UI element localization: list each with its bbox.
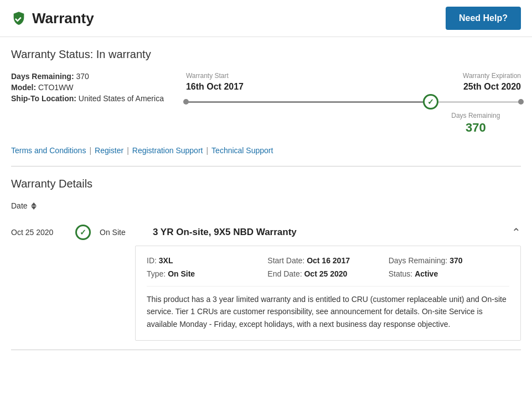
timeline-expiration-label: Warranty Expiration <box>463 72 521 80</box>
warranty-timeline: Warranty Start Warranty Expiration 16th … <box>186 72 521 135</box>
section-divider-2 <box>11 350 521 350</box>
detail-grid: ID: 3XL Start Date: Oct 16 2017 Days Rem… <box>147 256 509 278</box>
page-title: Warranty <box>32 10 94 27</box>
timeline-labels: Warranty Start Warranty Expiration <box>186 72 521 80</box>
sort-arrow-down[interactable] <box>31 206 37 210</box>
page-header: Warranty Need Help? <box>0 0 532 37</box>
model-value: CTO1WW <box>38 83 74 92</box>
warranty-detail-panel: ID: 3XL Start Date: Oct 16 2017 Days Rem… <box>135 246 521 341</box>
detail-start-date-label: Start Date: <box>267 256 304 265</box>
warranty-links: Terms and Conditions | Register | Regist… <box>11 146 521 155</box>
technical-support-link[interactable]: Technical Support <box>211 146 273 155</box>
detail-days-remaining-label: Days Remaining: <box>389 256 448 265</box>
timeline-bar <box>186 96 521 107</box>
warranty-overview: Days Remaining: 370 Model: CTO1WW Ship-T… <box>11 72 521 135</box>
ship-to-label: Ship-To Location: <box>11 94 76 103</box>
warranty-expand-title: 3 YR On-site, 9X5 NBD Warranty <box>153 227 297 238</box>
warranty-info: Days Remaining: 370 Model: CTO1WW Ship-T… <box>11 72 164 105</box>
warranty-row: Oct 25 2020 On Site 3 YR On-site, 9X5 NB… <box>11 219 521 246</box>
link-sep-2: | <box>123 146 132 155</box>
timeline-track-filled <box>186 101 431 103</box>
detail-status-label: Status: <box>389 269 413 278</box>
detail-type-label: Type: <box>147 269 166 278</box>
date-sort-arrows[interactable] <box>31 202 37 210</box>
timeline-dates: 16th Oct 2017 25th Oct 2020 <box>186 82 521 92</box>
detail-id-value: 3XL <box>159 256 173 265</box>
date-sort: Date <box>11 201 521 210</box>
need-help-button[interactable]: Need Help? <box>446 7 521 30</box>
warranty-status-check-icon <box>75 225 91 240</box>
collapse-icon[interactable]: ⌃ <box>512 227 521 238</box>
link-sep-1: | <box>86 146 95 155</box>
detail-end-date-label: End Date: <box>267 269 302 278</box>
link-sep-3: | <box>203 146 211 155</box>
timeline-dot-end <box>518 99 524 105</box>
ship-to-info: Ship-To Location: United States of Ameri… <box>11 94 164 103</box>
warranty-details-title: Warranty Details <box>11 178 521 190</box>
detail-description: This product has a 3 year limited warran… <box>147 286 509 330</box>
date-sort-label: Date <box>11 201 28 210</box>
timeline-remaining-value: 370 <box>466 121 486 135</box>
main-content: Warranty Status: In warranty Days Remain… <box>0 37 532 361</box>
ship-to-value: United States of America <box>79 94 164 103</box>
days-remaining-info: Days Remaining: 370 <box>11 72 164 81</box>
model-info: Model: CTO1WW <box>11 83 164 92</box>
detail-days-remaining: Days Remaining: 370 <box>389 256 509 265</box>
detail-status: Status: Active <box>389 269 509 278</box>
section-divider-1 <box>11 166 521 166</box>
timeline-check-marker <box>423 94 438 110</box>
timeline-dot-start <box>183 99 189 105</box>
detail-end-date: End Date: Oct 25 2020 <box>267 269 388 278</box>
terms-link[interactable]: Terms and Conditions <box>11 146 86 155</box>
timeline-start-date: 16th Oct 2017 <box>186 82 244 92</box>
detail-id-label: ID: <box>147 256 157 265</box>
sort-arrow-up[interactable] <box>31 202 37 206</box>
detail-type: Type: On Site <box>147 269 267 278</box>
warranty-expand-row[interactable]: 3 YR On-site, 9X5 NBD Warranty ⌃ <box>153 227 521 238</box>
detail-days-remaining-value: 370 <box>450 256 462 265</box>
warranty-status-title: Warranty Status: In warranty <box>11 48 521 61</box>
timeline-expiration-date: 25th Oct 2020 <box>463 82 521 92</box>
detail-status-value: Active <box>415 269 438 278</box>
detail-start-date-value: Oct 16 2017 <box>307 256 350 265</box>
warranty-row-date: Oct 25 2020 <box>11 228 66 237</box>
timeline-track <box>186 101 521 103</box>
register-link[interactable]: Register <box>95 146 123 155</box>
timeline-remaining: Days Remaining 370 <box>186 112 521 135</box>
registration-support-link[interactable]: Registration Support <box>132 146 203 155</box>
warranty-status-label: On Site <box>100 228 144 237</box>
timeline-remaining-label: Days Remaining <box>451 112 500 119</box>
detail-type-value: On Site <box>168 269 195 278</box>
detail-end-date-value: Oct 25 2020 <box>304 269 347 278</box>
detail-start-date: Start Date: Oct 16 2017 <box>267 256 388 265</box>
days-remaining-value: 370 <box>76 72 89 81</box>
detail-id: ID: 3XL <box>147 256 267 265</box>
model-label: Model: <box>11 83 36 92</box>
header-left: Warranty <box>11 10 94 27</box>
shield-icon <box>11 11 27 26</box>
timeline-start-label: Warranty Start <box>186 72 229 80</box>
days-remaining-label: Days Remaining: <box>11 72 74 81</box>
